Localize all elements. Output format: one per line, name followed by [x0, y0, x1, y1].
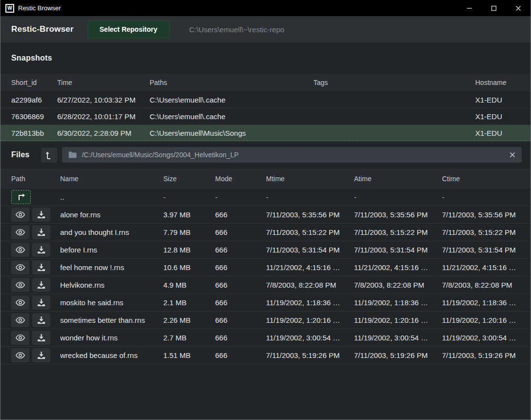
file-row[interactable]: alone for.rns 3.97 MB 666 7/11/2003, 5:3…: [0, 206, 531, 224]
file-ctime: 7/11/2003, 5:35:56 PM: [442, 210, 531, 219]
file-row[interactable]: feel home now !.rns 10.6 MB 666 11/21/20…: [0, 259, 531, 276]
snapshots-table: Short_id Time Paths Tags Hostname a2299a…: [0, 74, 531, 141]
view-file-button[interactable]: [11, 225, 29, 239]
up-directory-button[interactable]: [41, 147, 57, 163]
minimize-button[interactable]: [457, 0, 482, 16]
view-file-button[interactable]: [11, 348, 29, 362]
eye-icon: [15, 281, 25, 289]
snapshot-short-id: a2299af6: [11, 96, 57, 104]
download-file-button[interactable]: [32, 208, 50, 222]
download-icon: [37, 228, 45, 236]
column-header-mtime: Mtime: [266, 175, 354, 183]
file-mode: 666: [215, 228, 266, 236]
file-mode: 666: [215, 298, 266, 307]
file-atime: 11/19/2002, 3:00:54 …: [354, 334, 442, 342]
files-heading: Files: [11, 150, 29, 159]
arrow-up-right-icon: [17, 193, 26, 201]
file-row[interactable]: and you thought I.rns 7.79 MB 666 7/11/2…: [0, 224, 531, 241]
snapshots-heading: Snapshots: [11, 54, 52, 63]
file-name: alone for.rns: [60, 210, 163, 219]
file-row[interactable]: moskito he said.rns 2.1 MB 666 11/19/200…: [0, 294, 531, 312]
view-file-button[interactable]: [11, 331, 29, 345]
view-file-button[interactable]: [11, 295, 29, 310]
file-mode: 666: [215, 334, 266, 342]
file-atime: 11/19/2002, 1:18:36 …: [354, 298, 442, 307]
column-header-short-id: Short_id: [11, 79, 57, 86]
snapshot-time: 6/27/2022, 10:03:32 PM: [57, 96, 150, 104]
view-file-button[interactable]: [11, 313, 29, 327]
view-file-button[interactable]: [11, 278, 29, 292]
download-file-button[interactable]: [32, 243, 50, 257]
file-ctime: 7/11/2003, 5:19:26 PM: [442, 351, 531, 359]
file-path-bar[interactable]: /C:/Users/emuell/Music/Songs/2004_Helvet…: [62, 147, 522, 163]
snapshot-row[interactable]: a2299af6 6/27/2022, 10:03:32 PM C:\Users…: [0, 91, 531, 108]
file-row[interactable]: wonder how it.rns 2.7 MB 666 11/19/2002,…: [0, 329, 531, 347]
app-title: Restic-Browser: [11, 24, 74, 34]
file-atime: 7/11/2003, 5:31:54 PM: [354, 246, 442, 254]
download-file-button[interactable]: [32, 278, 50, 292]
column-header-size: Size: [163, 175, 215, 183]
snapshot-row[interactable]: 72b813bb 6/30/2022, 2:28:09 PM C:\Users\…: [0, 125, 531, 141]
file-ctime: 11/19/2002, 1:18:36 …: [442, 298, 531, 307]
download-file-button[interactable]: [32, 313, 50, 327]
select-repository-button[interactable]: Select Repository: [88, 20, 170, 39]
close-small-icon: [509, 152, 515, 158]
eye-icon: [15, 299, 25, 306]
parent-directory-row[interactable]: .. - - - - -: [0, 189, 531, 206]
file-name: wrecked because of.rns: [60, 351, 163, 359]
file-row[interactable]: before I.rns 12.8 MB 666 7/11/2003, 5:31…: [0, 241, 531, 259]
file-row[interactable]: sometimes better than.rns 2.26 MB 666 11…: [0, 312, 531, 329]
app-header: Restic-Browser Select Repository C:\User…: [0, 16, 531, 42]
snapshot-paths: C:\Users\emuell\Music\Songs: [150, 129, 313, 137]
file-row[interactable]: wrecked because of.rns 1.51 MB 666 7/11/…: [0, 347, 531, 364]
file-name: and you thought I.rns: [60, 228, 163, 236]
file-mtime: 7/8/2003, 8:22:08 PM: [266, 281, 354, 289]
column-header-mode: Mode: [215, 175, 266, 183]
arrow-turn-up-icon: [45, 150, 53, 160]
file-mtime: 11/19/2002, 3:00:54 …: [266, 334, 354, 342]
file-name: ..: [60, 193, 163, 201]
file-atime: 7/11/2003, 5:15:22 PM: [354, 228, 442, 236]
view-file-button[interactable]: [11, 243, 29, 257]
eye-icon: [15, 316, 25, 324]
download-file-button[interactable]: [32, 260, 50, 274]
snapshot-row[interactable]: 76306869 6/28/2022, 10:01:17 PM C:\Users…: [0, 108, 531, 125]
file-mode: 666: [215, 316, 266, 324]
current-path: /C:/Users/emuell/Music/Songs/2004_Helvet…: [82, 151, 505, 159]
download-icon: [37, 334, 45, 342]
file-ctime: -: [442, 193, 531, 201]
download-file-button[interactable]: [32, 331, 50, 345]
repository-path: C:\Users\emuell\~\restic-repo: [189, 25, 285, 34]
clear-path-button[interactable]: [509, 152, 515, 158]
view-file-button[interactable]: [11, 260, 29, 274]
file-row[interactable]: Helvikone.rns 4.9 MB 666 7/8/2003, 8:22:…: [0, 276, 531, 294]
file-name: moskito he said.rns: [60, 298, 163, 307]
file-mode: 666: [215, 281, 266, 289]
download-icon: [37, 316, 45, 324]
file-size: 1.51 MB: [163, 351, 215, 359]
download-icon: [37, 210, 45, 219]
file-ctime: 11/19/2002, 3:00:54 …: [442, 334, 531, 342]
file-mode: 666: [215, 263, 266, 272]
column-header-atime: Atime: [354, 175, 442, 183]
parent-directory-button[interactable]: [11, 190, 31, 204]
snapshots-table-header: Short_id Time Paths Tags Hostname: [0, 74, 531, 91]
column-header-path: Path: [11, 175, 60, 183]
download-icon: [37, 298, 45, 307]
view-file-button[interactable]: [11, 208, 29, 222]
titlebar: W Restic Browser: [0, 0, 531, 16]
download-file-button[interactable]: [32, 348, 50, 362]
download-file-button[interactable]: [32, 225, 50, 239]
download-file-button[interactable]: [32, 295, 50, 310]
file-atime: 7/11/2003, 5:35:56 PM: [354, 210, 442, 219]
snapshot-paths: C:\Users\emuell\.cache: [150, 112, 313, 121]
file-atime: 11/21/2002, 4:15:16 …: [354, 263, 442, 272]
snapshot-short-id: 76306869: [11, 112, 57, 121]
file-name: before I.rns: [60, 246, 163, 254]
file-mtime: 11/19/2002, 1:20:16 …: [266, 316, 354, 324]
maximize-button[interactable]: [482, 0, 506, 16]
download-icon: [37, 246, 45, 254]
snapshot-time: 6/30/2022, 2:28:09 PM: [57, 129, 150, 137]
close-button[interactable]: [506, 0, 531, 16]
eye-icon: [15, 334, 25, 341]
